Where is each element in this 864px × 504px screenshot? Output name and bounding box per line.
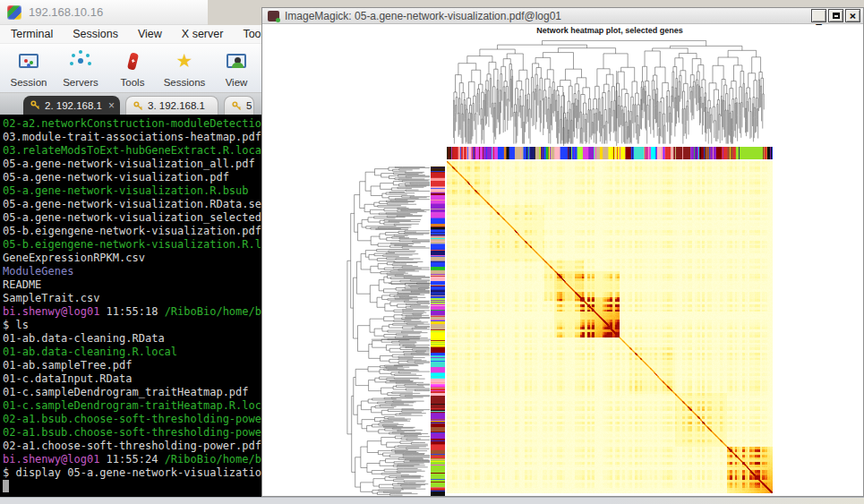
terminal-line: 01-c.dataInput.RData xyxy=(3,372,261,386)
terminal-line: 01-ab.data-cleaning.RData xyxy=(3,332,261,346)
menu-tools[interactable]: Tools xyxy=(243,28,261,40)
close-icon: × xyxy=(850,9,857,22)
imagemagick-logo-icon xyxy=(268,11,279,21)
gene-dendrogram-left xyxy=(346,167,432,496)
menu-terminal[interactable]: Terminal xyxy=(11,28,53,40)
key-icon xyxy=(232,101,242,111)
desktop-background-patch xyxy=(208,0,261,25)
menu-x-server[interactable]: X server xyxy=(182,28,224,40)
menu-view[interactable]: View xyxy=(138,28,162,40)
terminal-line: 02-a1.choose-soft-thresholding-power.pdf xyxy=(3,440,261,453)
terminal-line: 05-a.gene-network-visualization.R.bsub xyxy=(3,184,261,198)
terminal-line: 02-a1.bsub.choose-soft-thresholding-powe… xyxy=(3,426,261,440)
view-icon xyxy=(227,50,246,72)
session-icon xyxy=(19,50,38,72)
mobaxterm-window: 192.168.10.16 Terminal Sessions View X s… xyxy=(0,0,261,497)
tab-3-192-168[interactable]: 3. 192.168.1 xyxy=(125,96,218,115)
mobaxterm-menubar: Terminal Sessions View X server Tools xyxy=(0,25,261,44)
mobaxterm-window-title: 192.168.10.16 xyxy=(29,5,103,19)
imagemagick-titlebar[interactable]: ImageMagick: 05-a.gene-network-visualiza… xyxy=(262,8,863,24)
imagemagick-window-title: ImageMagick: 05-a.gene-network-visualiza… xyxy=(285,10,809,22)
terminal-line: 05-b.eigengene-network-visualization.R.l… xyxy=(3,238,261,252)
terminal-line: README xyxy=(3,278,261,292)
tools-button-label: Tools xyxy=(121,77,145,88)
terminal-line: 05-a.gene-network-visualization_selected… xyxy=(3,211,261,225)
terminal-line: 05-a.gene-network-visualization_all.pdf xyxy=(3,158,261,171)
terminal-line: $ ls xyxy=(3,319,261,332)
star-icon: ★ xyxy=(176,50,193,72)
terminal-line: 03.module-trait-associations-heatmap.pdf xyxy=(3,131,261,144)
maximize-button[interactable] xyxy=(828,9,843,22)
sessions-button[interactable]: ★ Sessions xyxy=(159,47,210,92)
plot-title: Network heatmap plot, selected genes xyxy=(447,26,773,35)
tools-button[interactable]: Tools xyxy=(107,47,158,92)
terminal-line xyxy=(3,480,261,493)
tools-icon xyxy=(129,50,137,72)
tab-label: 3. 192.168.1 xyxy=(148,100,205,111)
sessions-button-label: Sessions xyxy=(164,77,206,88)
imagemagick-window: ImageMagick: 05-a.gene-network-visualiza… xyxy=(261,7,864,497)
tab-close-icon[interactable]: × xyxy=(108,99,115,112)
terminal-line: bi.shenwy@log01 11:55:18 /RiboBio/home/b… xyxy=(3,305,261,319)
terminal-line: 02-a1.bsub.choose-soft-thresholding-powe… xyxy=(3,413,261,426)
terminal-line: 05-a.gene-network-visualization.pdf xyxy=(3,171,261,184)
terminal-line: 05-b.eigengene-network-visualization.pdf xyxy=(3,225,261,238)
terminal-line: bi.shenwy@log01 11:55:24 /RiboBio/home/b… xyxy=(3,453,261,466)
tab-label: 2. 192.168.1 xyxy=(45,100,102,111)
key-icon xyxy=(30,100,40,110)
tab-label: 5 xyxy=(246,100,252,111)
terminal-line: 01-ab.sampleTree.pdf xyxy=(3,359,261,372)
mobaxterm-titlebar[interactable]: 192.168.10.16 xyxy=(0,0,208,25)
minimize-button[interactable]: _ xyxy=(811,9,826,22)
view-button-label: View xyxy=(226,77,248,88)
servers-button[interactable]: Servers xyxy=(56,47,106,92)
servers-button-label: Servers xyxy=(63,77,98,88)
terminal-line: ModuleGenes xyxy=(3,265,261,278)
minimize-icon: _ xyxy=(816,13,822,25)
network-heatmap[interactable] xyxy=(447,161,773,493)
window-bottom-edge xyxy=(0,497,864,504)
gene-dendrogram-top xyxy=(453,38,765,146)
module-color-band-left xyxy=(431,167,445,496)
module-color-band-top xyxy=(447,147,773,159)
view-button[interactable]: View xyxy=(211,47,261,92)
terminal-output[interactable]: 02-a2.networkConstruction-moduleDetectio… xyxy=(0,115,261,497)
terminal-line: SampleTrait.csv xyxy=(3,292,261,305)
terminal-line: GeneExpressionRPKM.csv xyxy=(3,252,261,265)
tab-2-192-168[interactable]: 2. 192.168.1 × xyxy=(23,96,120,115)
servers-icon xyxy=(78,50,83,72)
terminal-line: 01-c.sampleDendrogram-traitHeatmap.R.loc… xyxy=(3,399,261,413)
session-button[interactable]: Session xyxy=(4,47,54,92)
tab-5[interactable]: 5 xyxy=(224,96,254,115)
close-button[interactable]: × xyxy=(845,9,860,22)
terminal-line: 03.relateModsToExt-hubGeneExtract.R.loca… xyxy=(3,144,261,158)
maximize-icon xyxy=(833,13,840,19)
mobaxterm-logo-icon xyxy=(7,5,21,20)
terminal-line: 05-a.gene-network-visualization.RData.se… xyxy=(3,198,261,211)
terminal-line: $ display 05-a.gene-network-visualizatio… xyxy=(3,466,261,480)
mobaxterm-tabbar: 2. 192.168.1 × 3. 192.168.1 5 xyxy=(0,93,261,115)
menu-sessions[interactable]: Sessions xyxy=(73,28,118,40)
key-icon xyxy=(133,101,143,111)
terminal-line: 01-ab.data-cleaning.R.local xyxy=(3,346,261,359)
terminal-line: 01-c.sampleDendrogram_traitHeatmap.pdf xyxy=(3,386,261,399)
terminal-line: 02-a2.networkConstruction-moduleDetectio… xyxy=(3,117,261,131)
mobaxterm-toolbar: Session Servers Tools ★ Sessions View xyxy=(0,44,261,93)
session-button-label: Session xyxy=(11,77,47,88)
